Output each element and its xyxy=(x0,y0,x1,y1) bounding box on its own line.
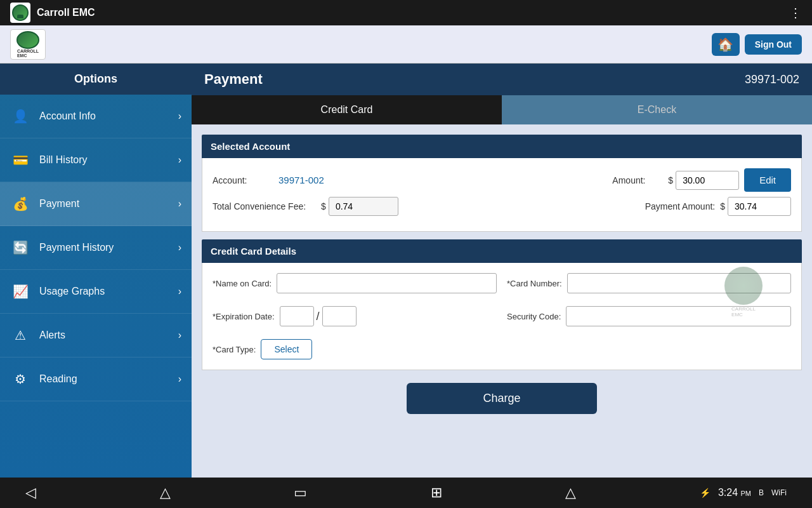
charge-button[interactable]: Charge xyxy=(407,383,596,414)
payment-form: Selected Account Account: 39971-002 Amou… xyxy=(192,124,812,478)
watermark-logo: CARROLLEMC xyxy=(715,267,772,318)
time-display: 3:24 PM xyxy=(718,487,751,498)
cc-details-body: *Name on Card: *Expiration Date: / xyxy=(202,263,802,370)
account-value: 39971-002 xyxy=(278,175,324,185)
payment-amount-field: Payment Amount: $ xyxy=(645,197,791,216)
expiry-month-input[interactable] xyxy=(280,306,314,326)
header-logo: CARROLLEMC xyxy=(10,29,46,60)
home-nav-icon[interactable]: △ xyxy=(160,485,171,501)
edit-button[interactable]: Edit xyxy=(744,168,791,192)
payment-history-icon: 🔄 xyxy=(10,237,30,258)
main-layout: Options 👤 Account Info › 💳 Bill History … xyxy=(0,64,812,478)
ampm-text: PM xyxy=(740,490,751,497)
fee-input[interactable] xyxy=(329,197,398,216)
chevron-icon-usage-graphs: › xyxy=(178,286,181,297)
cc-details-grid: *Name on Card: *Expiration Date: / xyxy=(213,273,791,359)
bluetooth-icon: B xyxy=(759,488,764,497)
sidebar-item-account-info[interactable]: 👤 Account Info › xyxy=(0,95,192,138)
card-type-field: *Card Type: Select xyxy=(213,339,497,359)
header-actions: 🏠 Sign Out xyxy=(712,33,802,56)
selected-account-header: Selected Account xyxy=(202,135,802,158)
sidebar-items-container: 👤 Account Info › 💳 Bill History › 💰 Paym… xyxy=(0,95,192,401)
bottom-right-status: ⚡ 3:24 PM B WiFi xyxy=(700,487,787,498)
card-type-select[interactable]: Select xyxy=(261,339,312,359)
chevron-icon-alerts: › xyxy=(178,330,181,341)
wifi-icon: WiFi xyxy=(771,488,787,497)
expiry-year-input[interactable] xyxy=(322,306,357,326)
amount-label: Amount: xyxy=(612,175,663,185)
tab-credit-card[interactable]: Credit Card xyxy=(192,95,502,124)
recent-nav-icon[interactable]: ▭ xyxy=(294,485,307,501)
card-type-label: *Card Type: xyxy=(213,345,256,354)
bottom-nav: ◁ △ ▭ ⊞ △ ⚡ 3:24 PM B WiFi xyxy=(0,478,812,508)
sidebar-item-payment-history[interactable]: 🔄 Payment History › xyxy=(0,226,192,270)
header-bar: CARROLLEMC 🏠 Sign Out xyxy=(0,25,812,64)
cc-left-col: *Name on Card: *Expiration Date: / xyxy=(213,273,497,359)
name-label: *Name on Card: xyxy=(213,279,272,288)
status-bar: Carroll EMC ⋮ xyxy=(0,0,812,25)
sidebar-item-usage-graphs[interactable]: 📈 Usage Graphs › xyxy=(0,270,192,314)
fee-label: Total Convenience Fee: xyxy=(213,201,306,211)
alerts-icon: ⚠ xyxy=(10,325,30,345)
amount-input-group: $ xyxy=(668,171,739,190)
chevron-icon-payment-history: › xyxy=(178,242,181,253)
sidebar-item-reading[interactable]: ⚙ Reading › xyxy=(0,358,192,401)
app-title: Carroll EMC xyxy=(37,7,95,18)
page-title: Payment xyxy=(204,71,263,88)
content-area: Payment 39971-002 Credit Card E-Check Se… xyxy=(192,64,812,478)
chevron-icon-account-info: › xyxy=(178,110,181,122)
payment-amount-input[interactable] xyxy=(728,197,791,216)
sidebar-label-bill-history: Bill History xyxy=(39,154,178,166)
watermark-circle xyxy=(724,267,763,305)
signout-button[interactable]: Sign Out xyxy=(745,34,802,55)
sidebar-label-alerts: Alerts xyxy=(39,330,178,341)
sidebar-label-reading: Reading xyxy=(39,373,178,385)
home-button[interactable]: 🏠 xyxy=(712,33,740,56)
sidebar-item-bill-history[interactable]: 💳 Bill History › xyxy=(0,138,192,182)
status-bar-left: Carroll EMC xyxy=(10,3,95,23)
cc-right-col: CARROLLEMC *Card Number: Security Code: xyxy=(507,273,791,326)
expiry-field: *Expiration Date: / xyxy=(213,306,497,326)
card-number-label: *Card Number: xyxy=(507,279,562,288)
time-text: 3:24 xyxy=(718,487,738,498)
amount-input[interactable] xyxy=(676,171,739,190)
expiry-label: *Expiration Date: xyxy=(213,312,275,321)
expiry-separator: / xyxy=(317,310,320,323)
account-fields-row-2: Total Convenience Fee: $ Payment Amount:… xyxy=(213,197,791,216)
sidebar-item-alerts[interactable]: ⚠ Alerts › xyxy=(0,314,192,358)
chevron-icon-reading: › xyxy=(178,373,181,385)
cc-details-header: Credit Card Details xyxy=(202,239,802,263)
selected-account-section: Selected Account Account: 39971-002 Amou… xyxy=(202,135,802,232)
bill-history-icon: 💳 xyxy=(10,150,30,170)
cc-details-section: Credit Card Details *Name on Card: *Expi… xyxy=(202,239,802,370)
fee-dollar: $ xyxy=(321,201,326,211)
payment-tabs: Credit Card E-Check xyxy=(192,95,812,124)
scan-nav-icon[interactable]: ⊞ xyxy=(431,485,442,501)
usage-graphs-icon: 📈 xyxy=(10,281,30,302)
fee-input-group: $ xyxy=(321,197,398,216)
payment-amount-group: $ xyxy=(720,197,791,216)
chevron-icon-payment: › xyxy=(178,198,181,210)
app-logo xyxy=(10,3,30,23)
reading-icon: ⚙ xyxy=(10,369,30,389)
sidebar-label-payment-history: Payment History xyxy=(39,242,178,253)
expiry-inputs: / xyxy=(280,306,357,326)
back-nav-icon[interactable]: ◁ xyxy=(25,485,36,501)
name-on-card-input[interactable] xyxy=(277,273,497,293)
menu-icon[interactable]: ⋮ xyxy=(789,5,802,20)
sidebar-item-payment[interactable]: 💰 Payment › xyxy=(0,182,192,226)
account-number-display: 39971-002 xyxy=(745,73,799,86)
amount-dollar: $ xyxy=(668,175,673,185)
account-info-icon: 👤 xyxy=(10,106,30,126)
sidebar-title: Options xyxy=(0,64,192,95)
up-nav-icon[interactable]: △ xyxy=(565,485,576,501)
sidebar-label-payment: Payment xyxy=(39,198,178,210)
selected-account-body: Account: 39971-002 Amount: $ Edit Tot xyxy=(202,158,802,232)
payment-amount-label: Payment Amount: xyxy=(645,201,716,211)
account-fields-row-1: Account: 39971-002 Amount: $ Edit xyxy=(213,168,791,192)
name-on-card-field: *Name on Card: xyxy=(213,273,497,293)
sidebar-label-account-info: Account Info xyxy=(39,110,178,122)
chevron-icon-bill-history: › xyxy=(178,154,181,166)
sidebar: Options 👤 Account Info › 💳 Bill History … xyxy=(0,64,192,478)
tab-echeck[interactable]: E-Check xyxy=(502,95,812,124)
